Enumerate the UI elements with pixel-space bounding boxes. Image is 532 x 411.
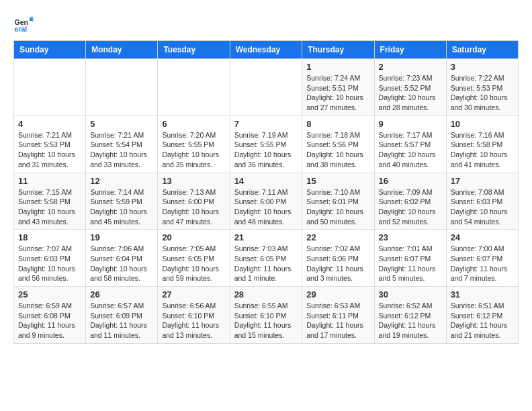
calendar-cell: 10Sunrise: 7:16 AMSunset: 5:58 PMDayligh…	[446, 116, 518, 173]
day-number: 15	[306, 176, 369, 186]
weekday-header-tuesday: Tuesday	[158, 41, 230, 59]
calendar-cell	[14, 59, 86, 116]
calendar-cell: 2Sunrise: 7:23 AMSunset: 5:52 PMDaylight…	[374, 59, 446, 116]
calendar-cell: 8Sunrise: 7:18 AMSunset: 5:56 PMDaylight…	[302, 116, 374, 173]
day-number: 11	[18, 176, 81, 186]
calendar-cell: 31Sunrise: 6:51 AMSunset: 6:12 PMDayligh…	[446, 287, 518, 344]
calendar-cell: 23Sunrise: 7:01 AMSunset: 6:07 PMDayligh…	[374, 230, 446, 287]
day-number: 2	[379, 62, 442, 72]
day-info: Sunrise: 7:03 AMSunset: 6:05 PMDaylight:…	[234, 244, 298, 283]
calendar-cell: 25Sunrise: 6:59 AMSunset: 6:08 PMDayligh…	[14, 287, 86, 344]
day-number: 20	[162, 232, 225, 242]
day-info: Sunrise: 7:21 AMSunset: 5:54 PMDaylight:…	[90, 130, 153, 170]
day-info: Sunrise: 7:17 AMSunset: 5:57 PMDaylight:…	[379, 130, 442, 170]
calendar-cell: 19Sunrise: 7:06 AMSunset: 6:04 PMDayligh…	[86, 230, 158, 287]
calendar-week-row: 4Sunrise: 7:21 AMSunset: 5:53 PMDaylight…	[14, 116, 519, 173]
day-info: Sunrise: 7:05 AMSunset: 6:05 PMDaylight:…	[162, 244, 225, 283]
day-info: Sunrise: 6:53 AMSunset: 6:11 PMDaylight:…	[306, 301, 369, 340]
calendar-cell: 14Sunrise: 7:11 AMSunset: 6:00 PMDayligh…	[230, 173, 302, 230]
day-number: 4	[18, 119, 81, 129]
calendar-cell: 13Sunrise: 7:13 AMSunset: 6:00 PMDayligh…	[158, 173, 230, 230]
day-info: Sunrise: 7:10 AMSunset: 6:01 PMDaylight:…	[306, 187, 369, 227]
calendar-cell: 1Sunrise: 7:24 AMSunset: 5:51 PMDaylight…	[302, 59, 374, 116]
calendar-week-row: 18Sunrise: 7:07 AMSunset: 6:03 PMDayligh…	[14, 230, 519, 287]
day-number: 19	[90, 232, 153, 242]
day-info: Sunrise: 7:14 AMSunset: 5:59 PMDaylight:…	[90, 187, 153, 227]
day-number: 1	[306, 62, 369, 72]
calendar-cell: 28Sunrise: 6:55 AMSunset: 6:10 PMDayligh…	[230, 287, 302, 344]
day-info: Sunrise: 7:09 AMSunset: 6:02 PMDaylight:…	[379, 187, 442, 227]
calendar-cell: 15Sunrise: 7:10 AMSunset: 6:01 PMDayligh…	[302, 173, 374, 230]
day-number: 6	[162, 119, 225, 129]
day-number: 18	[18, 232, 81, 242]
day-info: Sunrise: 7:06 AMSunset: 6:04 PMDaylight:…	[90, 244, 153, 283]
day-number: 9	[379, 119, 442, 129]
day-info: Sunrise: 6:55 AMSunset: 6:10 PMDaylight:…	[234, 301, 298, 340]
day-info: Sunrise: 6:59 AMSunset: 6:08 PMDaylight:…	[18, 301, 81, 340]
calendar-cell: 17Sunrise: 7:08 AMSunset: 6:03 PMDayligh…	[446, 173, 518, 230]
day-info: Sunrise: 6:56 AMSunset: 6:10 PMDaylight:…	[162, 301, 225, 340]
calendar-cell: 30Sunrise: 6:52 AMSunset: 6:12 PMDayligh…	[374, 287, 446, 344]
day-info: Sunrise: 6:51 AMSunset: 6:12 PMDaylight:…	[451, 301, 514, 340]
svg-text:eral: eral	[15, 25, 28, 33]
weekday-header-sunday: Sunday	[14, 41, 86, 59]
day-info: Sunrise: 7:15 AMSunset: 5:58 PMDaylight:…	[18, 187, 81, 227]
day-info: Sunrise: 7:20 AMSunset: 5:55 PMDaylight:…	[162, 130, 225, 170]
day-number: 10	[451, 119, 514, 129]
day-number: 29	[306, 289, 369, 300]
day-info: Sunrise: 7:21 AMSunset: 5:53 PMDaylight:…	[18, 130, 81, 170]
calendar-cell: 21Sunrise: 7:03 AMSunset: 6:05 PMDayligh…	[230, 230, 302, 287]
weekday-header-wednesday: Wednesday	[230, 41, 302, 59]
weekday-header-friday: Friday	[374, 41, 446, 59]
day-number: 26	[90, 289, 153, 300]
day-number: 30	[379, 289, 442, 300]
weekday-header-monday: Monday	[86, 41, 158, 59]
day-info: Sunrise: 7:00 AMSunset: 6:07 PMDaylight:…	[451, 244, 514, 283]
day-info: Sunrise: 7:01 AMSunset: 6:07 PMDaylight:…	[379, 244, 442, 283]
day-number: 12	[90, 176, 153, 186]
day-info: Sunrise: 7:11 AMSunset: 6:00 PMDaylight:…	[234, 187, 298, 227]
calendar-cell: 12Sunrise: 7:14 AMSunset: 5:59 PMDayligh…	[86, 173, 158, 230]
weekday-header-row: SundayMondayTuesdayWednesdayThursdayFrid…	[14, 41, 519, 59]
day-info: Sunrise: 7:18 AMSunset: 5:56 PMDaylight:…	[306, 130, 369, 170]
day-number: 8	[306, 119, 369, 129]
calendar-cell: 6Sunrise: 7:20 AMSunset: 5:55 PMDaylight…	[158, 116, 230, 173]
day-number: 17	[451, 176, 514, 186]
calendar-cell: 3Sunrise: 7:22 AMSunset: 5:53 PMDaylight…	[446, 59, 518, 116]
calendar-cell: 11Sunrise: 7:15 AMSunset: 5:58 PMDayligh…	[14, 173, 86, 230]
calendar-week-row: 11Sunrise: 7:15 AMSunset: 5:58 PMDayligh…	[14, 173, 519, 230]
logo-icon: Gen eral	[13, 13, 34, 34]
day-number: 22	[306, 232, 369, 242]
day-info: Sunrise: 7:24 AMSunset: 5:51 PMDaylight:…	[306, 73, 369, 113]
day-number: 24	[451, 232, 514, 242]
calendar-cell	[86, 59, 158, 116]
logo: Gen eral	[13, 13, 36, 34]
weekday-header-saturday: Saturday	[446, 41, 518, 59]
day-number: 3	[451, 62, 514, 72]
calendar-cell: 24Sunrise: 7:00 AMSunset: 6:07 PMDayligh…	[446, 230, 518, 287]
calendar-cell: 18Sunrise: 7:07 AMSunset: 6:03 PMDayligh…	[14, 230, 86, 287]
calendar-week-row: 25Sunrise: 6:59 AMSunset: 6:08 PMDayligh…	[14, 287, 519, 344]
calendar-cell	[158, 59, 230, 116]
calendar-cell: 22Sunrise: 7:02 AMSunset: 6:06 PMDayligh…	[302, 230, 374, 287]
calendar-cell: 16Sunrise: 7:09 AMSunset: 6:02 PMDayligh…	[374, 173, 446, 230]
weekday-header-thursday: Thursday	[302, 41, 374, 59]
day-info: Sunrise: 7:19 AMSunset: 5:55 PMDaylight:…	[234, 130, 298, 170]
day-number: 23	[379, 232, 442, 242]
calendar-cell: 29Sunrise: 6:53 AMSunset: 6:11 PMDayligh…	[302, 287, 374, 344]
day-info: Sunrise: 6:52 AMSunset: 6:12 PMDaylight:…	[379, 301, 442, 340]
day-number: 28	[234, 289, 298, 300]
calendar-cell: 26Sunrise: 6:57 AMSunset: 6:09 PMDayligh…	[86, 287, 158, 344]
day-number: 14	[234, 176, 298, 186]
day-number: 7	[234, 119, 298, 129]
day-info: Sunrise: 7:08 AMSunset: 6:03 PMDaylight:…	[451, 187, 514, 227]
day-number: 13	[162, 176, 225, 186]
day-info: Sunrise: 7:22 AMSunset: 5:53 PMDaylight:…	[451, 73, 514, 113]
page-header: Gen eral	[13, 13, 519, 34]
day-info: Sunrise: 7:13 AMSunset: 6:00 PMDaylight:…	[162, 187, 225, 227]
day-info: Sunrise: 7:07 AMSunset: 6:03 PMDaylight:…	[18, 244, 81, 283]
day-info: Sunrise: 7:23 AMSunset: 5:52 PMDaylight:…	[379, 73, 442, 113]
day-number: 21	[234, 232, 298, 242]
day-number: 16	[379, 176, 442, 186]
calendar-table: SundayMondayTuesdayWednesdayThursdayFrid…	[13, 40, 519, 344]
